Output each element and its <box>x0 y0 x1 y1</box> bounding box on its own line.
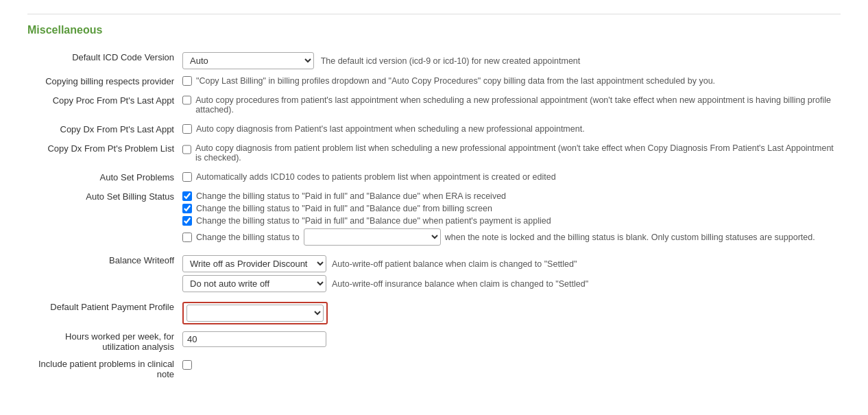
select-default-icd[interactable]: Auto ICD-9 ICD-10 <box>182 52 314 69</box>
row-include-patient-problems: Include patient problems in clinical not… <box>27 355 841 383</box>
row-copy-dx-last: Copy Dx From Pt's Last Appt Auto copy di… <box>27 121 841 140</box>
row-copy-dx-problem: Copy Dx From Pt's Problem List Auto copy… <box>27 140 841 169</box>
control-balance-writeoff: Write off as Provider Discount Do not au… <box>178 252 841 298</box>
label-hours-worked: Hours worked per week, for utilization a… <box>27 328 178 355</box>
input-hours-worked[interactable] <box>182 331 326 347</box>
control-auto-set-billing: Change the billing status to "Paid in fu… <box>178 188 841 252</box>
desc-copy-dx-last: Auto copy diagnosis from Patient's last … <box>196 124 585 134</box>
billing-row-3: Change the billing status to "Paid in fu… <box>182 216 836 226</box>
checkbox-auto-set-problems[interactable] <box>182 172 192 182</box>
desc-copying-billing: "Copy Last Billing" in billing profiles … <box>196 76 715 86</box>
row-auto-set-problems: Auto Set Problems Automatically adds ICD… <box>27 169 841 188</box>
select-writeoff-patient[interactable]: Write off as Provider Discount Do not au… <box>182 255 326 272</box>
billing-row-4: Change the billing status to when the no… <box>182 228 836 246</box>
checkbox-copying-billing[interactable] <box>182 76 192 86</box>
highlighted-payment-profile-wrapper <box>182 302 328 324</box>
label-include-patient-problems: Include patient problems in clinical not… <box>27 355 178 383</box>
control-auto-set-problems: Automatically adds ICD10 codes to patien… <box>178 169 841 188</box>
select-writeoff-insurance[interactable]: Do not auto write off Write off as Provi… <box>182 275 326 292</box>
checkbox-billing-custom[interactable] <box>182 233 192 242</box>
writeoff-row-2: Do not auto write off Write off as Provi… <box>182 275 836 292</box>
label-copy-dx-problem: Copy Dx From Pt's Problem List <box>27 140 178 169</box>
label-auto-set-billing: Auto Set Billing Status <box>27 188 178 252</box>
control-default-payment-profile <box>178 298 841 328</box>
label-default-icd: Default ICD Code Version <box>27 49 178 73</box>
control-copy-dx-last: Auto copy diagnosis from Patient's last … <box>178 121 841 140</box>
row-auto-set-billing: Auto Set Billing Status Change the billi… <box>27 188 841 252</box>
billing-row-2: Change the billing status to "Paid in fu… <box>182 204 836 213</box>
row-copying-billing: Copying billing respects provider "Copy … <box>27 73 841 92</box>
desc-auto-set-problems: Automatically adds ICD10 codes to patien… <box>196 172 556 182</box>
checkbox-billing-era[interactable] <box>182 191 192 201</box>
desc-billing-custom-suffix: when the note is locked and the billing … <box>445 233 815 242</box>
label-copy-dx-last: Copy Dx From Pt's Last Appt <box>27 121 178 140</box>
desc-billing-screen: Change the billing status to "Paid in fu… <box>196 204 492 213</box>
row-default-payment-profile: Default Patient Payment Profile <box>27 298 841 328</box>
section-title: Miscellaneous <box>27 14 841 36</box>
billing-row-1: Change the billing status to "Paid in fu… <box>182 191 836 201</box>
checkbox-billing-screen[interactable] <box>182 204 192 213</box>
control-default-icd: Auto ICD-9 ICD-10 The default icd versio… <box>178 49 841 73</box>
label-hours-worked-text: Hours worked per week, for utilization a… <box>65 331 174 352</box>
desc-copy-dx-problem: Auto copy diagnosis from patient problem… <box>195 143 836 163</box>
row-default-icd: Default ICD Code Version Auto ICD-9 ICD-… <box>27 49 841 73</box>
label-auto-set-problems: Auto Set Problems <box>27 169 178 188</box>
row-hours-worked: Hours worked per week, for utilization a… <box>27 328 841 355</box>
miscellaneous-form: Default ICD Code Version Auto ICD-9 ICD-… <box>27 49 841 383</box>
row-balance-writeoff: Balance Writeoff Write off as Provider D… <box>27 252 841 298</box>
desc-billing-custom-prefix: Change the billing status to <box>196 233 300 242</box>
writeoff-row-1: Write off as Provider Discount Do not au… <box>182 255 836 272</box>
desc-writeoff-insurance: Auto-write-off insurance balance when cl… <box>332 279 588 289</box>
control-copy-dx-problem: Auto copy diagnosis from patient problem… <box>178 140 841 169</box>
desc-copy-proc: Auto copy procedures from patient's last… <box>195 95 836 115</box>
desc-billing-payment: Change the billing status to "Paid in fu… <box>196 216 551 226</box>
checkbox-include-patient-problems[interactable] <box>182 360 192 370</box>
label-copying-billing: Copying billing respects provider <box>27 73 178 92</box>
label-copy-proc: Copy Proc From Pt's Last Appt <box>27 92 178 121</box>
checkbox-copy-proc[interactable] <box>182 95 191 105</box>
control-include-patient-problems <box>178 355 841 383</box>
select-billing-custom-status[interactable] <box>304 228 441 246</box>
desc-writeoff-patient: Auto-write-off patient balance when clai… <box>332 259 577 269</box>
label-balance-writeoff: Balance Writeoff <box>27 252 178 298</box>
row-copy-proc: Copy Proc From Pt's Last Appt Auto copy … <box>27 92 841 121</box>
label-include-patient-problems-text: Include patient problems in clinical not… <box>38 359 174 379</box>
checkbox-billing-payment[interactable] <box>182 216 192 226</box>
control-copy-proc: Auto copy procedures from patient's last… <box>178 92 841 121</box>
checkbox-copy-dx-problem[interactable] <box>182 145 191 154</box>
desc-billing-era: Change the billing status to "Paid in fu… <box>196 191 506 201</box>
desc-default-icd: The default icd version (icd-9 or icd-10… <box>321 56 581 66</box>
control-copying-billing: "Copy Last Billing" in billing profiles … <box>178 73 841 92</box>
control-hours-worked <box>178 328 841 355</box>
label-default-payment-profile: Default Patient Payment Profile <box>27 298 178 328</box>
checkbox-copy-dx-last[interactable] <box>182 124 192 134</box>
select-default-payment-profile[interactable] <box>186 305 324 322</box>
